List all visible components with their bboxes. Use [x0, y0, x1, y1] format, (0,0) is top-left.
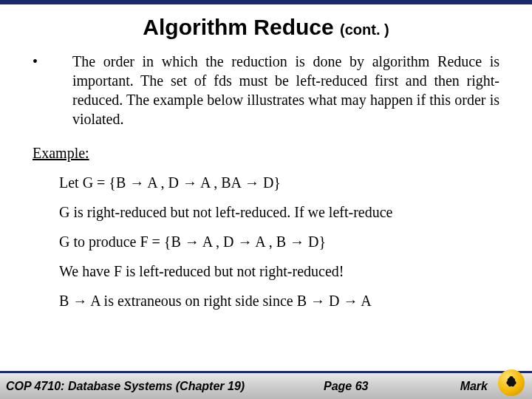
- bullet-item: • The order in which the reduction is do…: [33, 52, 499, 129]
- footer-author: Mark: [460, 380, 488, 393]
- title-cont: (cont. ): [340, 21, 389, 38]
- footer-page: Page 63: [324, 380, 368, 393]
- footer-course: COP 4710: Database Systems (Chapter 19): [6, 380, 245, 393]
- slide-footer: COP 4710: Database Systems (Chapter 19) …: [0, 371, 532, 399]
- example-line: Let G = {B → A , D → A , BA → D}: [59, 173, 499, 192]
- slide-content: • The order in which the reduction is do…: [0, 52, 532, 310]
- bullet-marker: •: [33, 52, 72, 129]
- example-heading: Example:: [33, 143, 499, 163]
- example-body: Let G = {B → A , D → A , BA → D} G is ri…: [33, 173, 499, 310]
- example-line: G is right-reduced but not left-reduced.…: [59, 202, 499, 222]
- top-accent-bar: [0, 0, 532, 4]
- title-main: Algorithm Reduce: [143, 15, 340, 39]
- ucf-logo-icon: [498, 369, 525, 396]
- example-line: B → A is extraneous on right side since …: [59, 291, 499, 310]
- example-line: We have F is left-reduced but not right-…: [59, 262, 499, 281]
- bullet-text: The order in which the reduction is done…: [72, 52, 499, 129]
- slide-title: Algorithm Reduce (cont. ): [0, 15, 532, 40]
- example-line: G to produce F = {B → A , D → A , B → D}: [59, 232, 499, 251]
